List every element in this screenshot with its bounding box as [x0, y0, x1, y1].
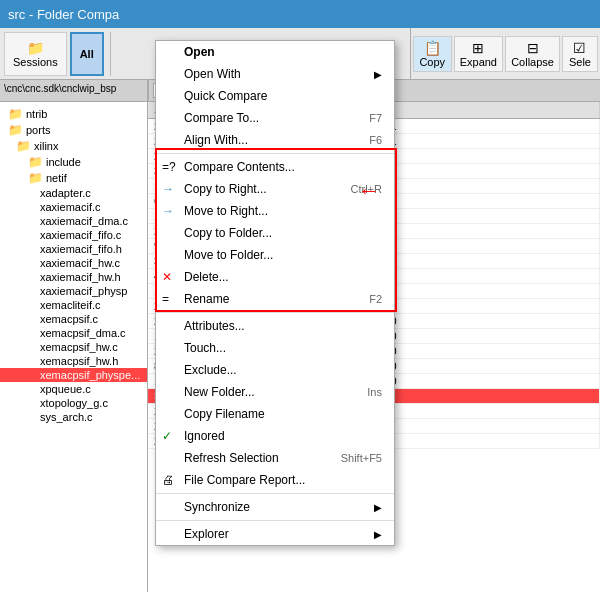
tree-item-include[interactable]: 📁 include: [0, 154, 147, 170]
ctx-item-new-folder[interactable]: New Folder...Ins: [156, 381, 394, 403]
ctx-item-synchronize[interactable]: Synchronize: [156, 496, 394, 518]
sessions-button[interactable]: 📁 Sessions: [4, 32, 67, 76]
ctx-item-copy-to-right[interactable]: →Copy to Right...Ctrl+R: [156, 178, 394, 200]
collapse-label: Collapse: [511, 56, 554, 68]
ctx-item-label: Synchronize: [184, 500, 250, 514]
ctx-item-label: Move to Folder...: [184, 248, 273, 262]
all-label: All: [80, 48, 94, 60]
ctx-item-label: File Compare Report...: [184, 473, 305, 487]
tree-item-xtopology[interactable]: xtopology_g.c: [0, 396, 147, 410]
tree-item-xaxiemacif-fifo-c[interactable]: xaxiemacif_fifo.c: [0, 228, 147, 242]
copy-button[interactable]: 📋 Copy: [413, 36, 452, 72]
compare-icon: =?: [162, 160, 176, 174]
left-panel: 📁 ntrib 📁 ports 📁 xilinx 📁 include 📁 net…: [0, 102, 148, 592]
ctx-item-rename[interactable]: =RenameF2: [156, 288, 394, 310]
ctx-item-delete[interactable]: ✕Delete...: [156, 266, 394, 288]
expand-button[interactable]: ⊞ Expand: [454, 36, 504, 72]
tree-item-xaxiemacif-fifo-h[interactable]: xaxiemacif_fifo.h: [0, 242, 147, 256]
ctx-item-ignored[interactable]: ✓Ignored: [156, 425, 394, 447]
folder-icon: 📁: [8, 107, 23, 121]
title-bar: src - Folder Compa: [0, 0, 600, 28]
context-menu: OpenOpen WithQuick CompareCompare To...F…: [155, 40, 395, 546]
ctx-item-open-with[interactable]: Open With: [156, 63, 394, 85]
rename-icon: =: [162, 292, 169, 306]
tree-item-ports[interactable]: 📁 ports: [0, 122, 147, 138]
ctx-item-exclude[interactable]: Exclude...: [156, 359, 394, 381]
menu-separator: [156, 520, 394, 521]
check-icon: ✓: [162, 429, 172, 443]
select-button[interactable]: ☑ Sele: [562, 36, 598, 72]
tree-item-xemacpsif-dma[interactable]: xemacpsif_dma.c: [0, 326, 147, 340]
ctx-item-label: Explorer: [184, 527, 229, 541]
tree-item-xemacliteif[interactable]: xemacliteif.c: [0, 298, 147, 312]
sessions-label: Sessions: [13, 56, 58, 68]
folder-icon: 📁: [28, 171, 43, 185]
tree-item-xaxiemacif-hw-h[interactable]: xaxiemacif_hw.h: [0, 270, 147, 284]
all-button[interactable]: All: [70, 32, 104, 76]
ctx-item-label: Exclude...: [184, 363, 237, 377]
tree-item-xadapter[interactable]: xadapter.c: [0, 186, 147, 200]
tree-item-ntrib[interactable]: 📁 ntrib: [0, 106, 147, 122]
left-path: \cnc\cnc.sdk\cnclwip_bsp: [0, 80, 148, 102]
ctx-item-copy-filename[interactable]: Copy Filename: [156, 403, 394, 425]
tree-item-xilinx[interactable]: 📁 xilinx: [0, 138, 147, 154]
menu-separator: [156, 153, 394, 154]
ctx-item-label: Touch...: [184, 341, 226, 355]
ctx-item-explorer[interactable]: Explorer: [156, 523, 394, 545]
right-toolbar: 📋 Copy ⊞ Expand ⊟ Collapse ☑ Sele: [410, 28, 600, 80]
ctx-item-label: Copy Filename: [184, 407, 265, 421]
tree-list: 📁 ntrib 📁 ports 📁 xilinx 📁 include 📁 net…: [0, 102, 147, 428]
ctx-item-label: Compare Contents...: [184, 160, 295, 174]
folder-icon: 📁: [16, 139, 31, 153]
ctx-item-refresh[interactable]: Refresh SelectionShift+F5: [156, 447, 394, 469]
delete-icon: ✕: [162, 270, 172, 284]
tree-item-xaxiemacif-phys[interactable]: xaxiemacif_physp: [0, 284, 147, 298]
ctx-item-compare-contents[interactable]: =?Compare Contents...: [156, 156, 394, 178]
ctx-item-label: Open With: [184, 67, 241, 81]
expand-label: Expand: [460, 56, 497, 68]
ctx-item-open[interactable]: Open: [156, 41, 394, 63]
ctx-item-label: Copy to Right...: [184, 182, 267, 196]
ctx-item-label: New Folder...: [184, 385, 255, 399]
copy-label: Copy: [419, 56, 445, 68]
tree-item-xemacpsif-hw-c[interactable]: xemacpsif_hw.c: [0, 340, 147, 354]
ctx-item-label: Compare To...: [184, 111, 259, 125]
ctx-item-label: Refresh Selection: [184, 451, 279, 465]
ctx-item-label: Copy to Folder...: [184, 226, 272, 240]
tree-item-xaxiemacif-hw-c[interactable]: xaxiemacif_hw.c: [0, 256, 147, 270]
menu-separator: [156, 312, 394, 313]
print-icon: 🖨: [162, 473, 174, 487]
tree-item-xpqueue[interactable]: xpqueue.c: [0, 382, 147, 396]
menu-separator: [156, 493, 394, 494]
tree-item-xaxiemacif-dma[interactable]: xaxiemacif_dma.c: [0, 214, 147, 228]
ctx-item-label: Rename: [184, 292, 229, 306]
folder-icon: 📁: [8, 123, 23, 137]
ctx-item-align-with[interactable]: Align With...F6: [156, 129, 394, 151]
tree-item-xemacpsif-hw-h[interactable]: xemacpsif_hw.h: [0, 354, 147, 368]
arrow-right-icon: →: [162, 204, 174, 218]
collapse-button[interactable]: ⊟ Collapse: [505, 36, 560, 72]
tree-item-netif[interactable]: 📁 netif: [0, 170, 147, 186]
select-label: Sele: [569, 56, 591, 68]
app-title: src - Folder Compa: [8, 7, 119, 22]
ctx-item-label: Quick Compare: [184, 89, 267, 103]
ctx-item-label: Open: [184, 45, 215, 59]
ctx-item-label: Align With...: [184, 133, 248, 147]
ctx-item-label: Ignored: [184, 429, 225, 443]
ctx-item-touch[interactable]: Touch...: [156, 337, 394, 359]
ctx-item-move-to-folder[interactable]: Move to Folder...: [156, 244, 394, 266]
ctx-item-label: Attributes...: [184, 319, 245, 333]
arrow-right-icon: →: [162, 182, 174, 196]
ctx-item-compare-to[interactable]: Compare To...F7: [156, 107, 394, 129]
tree-item-xaxiemacif[interactable]: xaxiemacif.c: [0, 200, 147, 214]
tree-item-sysarch[interactable]: sys_arch.c: [0, 410, 147, 424]
tree-item-xemacpsif-c[interactable]: xemacpsif.c: [0, 312, 147, 326]
ctx-item-label: Move to Right...: [184, 204, 268, 218]
ctx-item-quick-compare[interactable]: Quick Compare: [156, 85, 394, 107]
ctx-item-move-to-right[interactable]: →Move to Right...: [156, 200, 394, 222]
ctx-item-label: Delete...: [184, 270, 229, 284]
ctx-item-file-compare[interactable]: 🖨File Compare Report...: [156, 469, 394, 491]
ctx-item-copy-to-folder[interactable]: Copy to Folder...: [156, 222, 394, 244]
tree-item-xemacpsif-physpe[interactable]: xemacpsif_physpe...: [0, 368, 147, 382]
ctx-item-attributes[interactable]: Attributes...: [156, 315, 394, 337]
